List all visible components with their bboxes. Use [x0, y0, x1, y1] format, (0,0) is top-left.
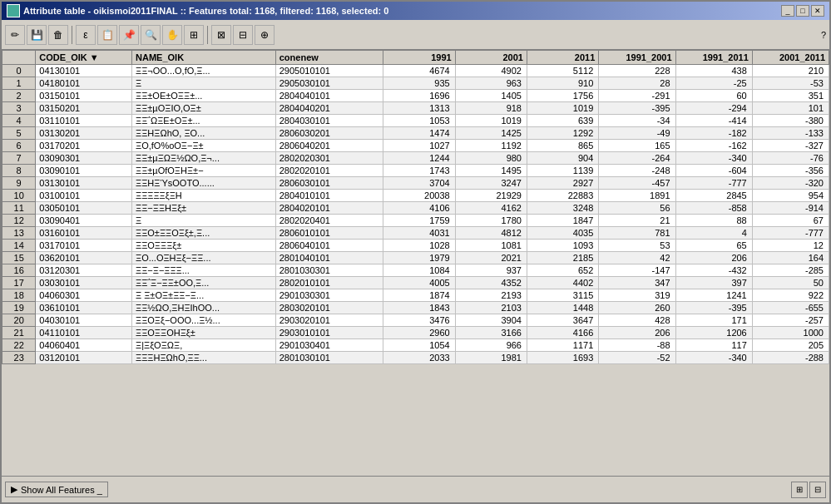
cell-conenew: 2802010101 — [275, 277, 383, 289]
table-row[interactable]: 2004030101ΞΞΟΞξ−ΟΟΟ...Ξ½...2903020101347… — [2, 314, 829, 327]
cell-y2001: 2103 — [455, 302, 527, 314]
col-header-1991-2001[interactable]: 1991_2001 — [599, 51, 675, 65]
table-row[interactable]: 1403170101ΞΞΟΞΞΞξ±2806040101102810811093… — [2, 240, 829, 252]
cell-y2001: 3166 — [455, 327, 527, 339]
cell-conenew: 2801030301 — [275, 264, 383, 277]
col-header-code-oik[interactable]: CODE_OIK ▼ — [36, 51, 132, 65]
maximize-button[interactable]: □ — [796, 5, 809, 17]
pan-button[interactable]: ✋ — [162, 25, 182, 45]
cell-d1991_2011: -182 — [675, 127, 752, 140]
cell-d1991_2001: -264 — [599, 152, 675, 165]
table-row[interactable]: 203150101ΞΞ±ΟΕ±ΟΞΞ±...280404010116961405… — [2, 90, 829, 102]
cell-y1991: 1759 — [383, 215, 455, 227]
table-row[interactable]: 104180101Ξ290503010193596391028-25-53 — [2, 77, 829, 90]
cell-y2001: 1981 — [455, 352, 527, 364]
save-button[interactable]: 💾 — [27, 25, 47, 45]
table-row[interactable]: 703090301ΞΞ±µΞΩΞ½ΩΟ,Ξ¬...280202030112449… — [2, 152, 829, 165]
cell-code_oik: 03170101 — [36, 240, 132, 252]
col-header-2001-2011[interactable]: 2001_2011 — [752, 51, 829, 65]
table-row[interactable]: 1003100101ΞΞΞΞΞξΞΗ2804010101200382192922… — [2, 190, 829, 202]
table-row[interactable]: 1103050101ΞΞ−ΞΞΗΞξ±280402010141064162324… — [2, 202, 829, 215]
col-header-2001[interactable]: 2001 — [455, 51, 527, 65]
col-header-2011[interactable]: 2011 — [527, 51, 598, 65]
table-row[interactable]: 1903610101ΞΞ½ΩΟ,ΞΗΞΙhΟΟ...28030201011843… — [2, 302, 829, 314]
table-view-button[interactable]: ⊞ — [791, 482, 808, 498]
cell-y2011: 910 — [527, 77, 598, 90]
table-row[interactable]: 503130201ΞΞΗΞΩhΟ, ΞΟ...28060302011474142… — [2, 127, 829, 140]
cell-d1991_2001: 42 — [599, 252, 675, 264]
cell-y2001: 2021 — [455, 252, 527, 264]
delete-button[interactable]: 🗑 — [48, 25, 68, 45]
col-header-1991[interactable]: 1991 — [383, 51, 455, 65]
copy-button[interactable]: 📋 — [97, 25, 117, 45]
cell-d1991_2011: -294 — [675, 102, 752, 115]
col-header-index[interactable] — [2, 51, 36, 65]
form-view-button[interactable]: ⊟ — [809, 482, 826, 498]
cell-y1991: 935 — [383, 77, 455, 90]
row-index: 12 — [2, 215, 36, 227]
help-button[interactable]: ? — [821, 30, 826, 40]
table-container: CODE_OIK ▼ NAME_OIK conenew 1991 2001 20… — [2, 50, 829, 476]
cell-d1991_2001: 319 — [599, 289, 675, 302]
cell-code_oik: 03170201 — [36, 140, 132, 152]
table-row[interactable]: 403110101ΞΞ΅ΩΞΕ±ΟΞ±...280403010110531019… — [2, 115, 829, 127]
cell-code_oik: 03150201 — [36, 102, 132, 115]
cell-y2001: 21929 — [455, 190, 527, 202]
cell-name_oik: ΞΞΗΞΎsΟΟΤΟ...... — [132, 177, 276, 190]
cell-y2001: 937 — [455, 264, 527, 277]
table-row[interactable]: 004130101ΞΞ¬ΟΟ...Ο,fΟ,Ξ...29050101014674… — [2, 65, 829, 77]
minimize-button[interactable]: _ — [781, 5, 794, 17]
table-row[interactable]: 1203090401Ξ2802020401175917801847218867 — [2, 215, 829, 227]
cell-name_oik: ΞΞΟΞξ−ΟΟΟ...Ξ½... — [132, 314, 276, 327]
paste-button[interactable]: 📌 — [119, 25, 139, 45]
cell-d1991_2011: 438 — [675, 65, 752, 77]
table-row[interactable]: 1303160101ΞΞΟ±ΞΞΟΞξ±,Ξ...280601010140314… — [2, 227, 829, 240]
zoom-button[interactable]: 🔍 — [141, 25, 161, 45]
filter-button[interactable]: ⊞ — [184, 25, 204, 45]
status-bar: ▶ Show All Features _ ⊞ ⊟ — [2, 476, 829, 502]
table-row[interactable]: 1603120301ΞΞ−Ξ−ΞΞΞ...2801030301108493765… — [2, 264, 829, 277]
table-row[interactable]: 2204060401Ξ|ΞξΟΞΩΞ,290103040110549661171… — [2, 339, 829, 352]
cell-y2011: 652 — [527, 264, 598, 277]
show-all-features-button[interactable]: ▶ Show All Features _ — [5, 482, 108, 497]
cell-name_oik: ΞΞ¬ΟΟ...Ο,fΟ,Ξ... — [132, 65, 276, 77]
invert-button[interactable]: ⊕ — [255, 25, 275, 45]
row-index: 15 — [2, 252, 36, 264]
row-index: 2 — [2, 90, 36, 102]
cell-conenew: 2806040101 — [275, 240, 383, 252]
cell-y2011: 4035 — [527, 227, 598, 240]
cell-conenew: 2806030101 — [275, 177, 383, 190]
table-row[interactable]: 1503620101ΞΟ...ΟΞΗΞξ−ΞΞ...28010401011979… — [2, 252, 829, 264]
table-row[interactable]: 603170201ΞΟ,fΟ%οΟΞ−Ξ±2806040201102711928… — [2, 140, 829, 152]
cell-conenew: 2901030401 — [275, 339, 383, 352]
cell-y2011: 3115 — [527, 289, 598, 302]
table-row[interactable]: 2104110101ΞΞΟΞΞΟΗΞξ±29030101012960316641… — [2, 327, 829, 339]
table-row[interactable]: 803090101ΞΞ±µΟfΟΞΗΞ±−2802020101174314951… — [2, 165, 829, 177]
table-row[interactable]: 303150201ΞΞ±µΟΞΙΟ,ΟΞ±2804040201131391810… — [2, 102, 829, 115]
row-index: 14 — [2, 240, 36, 252]
new-expression-button[interactable]: ε — [76, 25, 96, 45]
table-row[interactable]: 1703030101ΞΞ΅Ξ−ΞΞ±ΟΟ,Ξ...280201010140054… — [2, 277, 829, 289]
table-row[interactable]: 903130101ΞΞΗΞΎsΟΟΤΟ......280603010137043… — [2, 177, 829, 190]
cell-y2011: 865 — [527, 140, 598, 152]
cell-name_oik: ΞΞΟΞΞΟΗΞξ± — [132, 327, 276, 339]
col-header-name-oik[interactable]: NAME_OIK — [132, 51, 276, 65]
table-row[interactable]: 2303120101ΞΞΞΗΞΩhΟ,ΞΞ...2801030101203319… — [2, 352, 829, 364]
status-icons: ⊞ ⊟ — [791, 482, 826, 498]
edit-button[interactable]: ✏ — [5, 25, 25, 45]
col-header-1991-2011[interactable]: 1991_2011 — [675, 51, 752, 65]
col-header-conenew[interactable]: conenew — [275, 51, 383, 65]
row-index: 0 — [2, 65, 36, 77]
table-scroll[interactable]: CODE_OIK ▼ NAME_OIK conenew 1991 2001 20… — [2, 50, 829, 476]
cell-d2001_2011: -288 — [752, 352, 829, 364]
table-row[interactable]: 1804060301Ξ Ξ±ΟΞ±ΞΞ−Ξ...2901030301187421… — [2, 289, 829, 302]
cell-conenew: 2903010101 — [275, 327, 383, 339]
row-index: 3 — [2, 102, 36, 115]
cell-y1991: 1028 — [383, 240, 455, 252]
cell-d1991_2001: 347 — [599, 277, 675, 289]
close-button[interactable]: ✕ — [811, 5, 824, 17]
select-all-button[interactable]: ⊠ — [211, 25, 231, 45]
cell-name_oik: ΞΟ...ΟΞΗΞξ−ΞΞ... — [132, 252, 276, 264]
cell-code_oik: 03120301 — [36, 264, 132, 277]
deselect-button[interactable]: ⊟ — [233, 25, 253, 45]
